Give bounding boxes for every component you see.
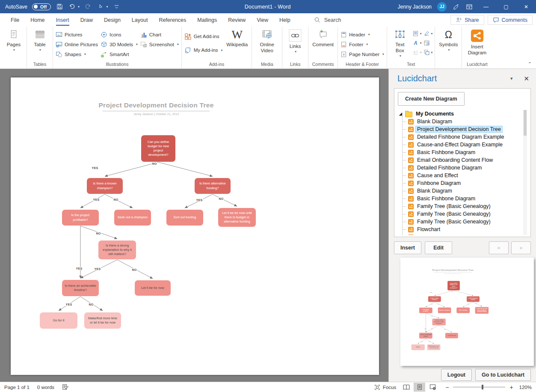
doc-item[interactable]: Family Tree (Basic Genealogy) <box>398 202 527 210</box>
read-mode-button[interactable] <box>400 383 412 392</box>
table-button[interactable]: Table▾ <box>28 27 51 52</box>
zoom-level[interactable]: 120% <box>519 385 532 390</box>
date-time-button[interactable] <box>423 39 433 47</box>
group-text: A Text Box▾ ▾ ▾ A▾ A▾ ▾ Text <box>387 27 435 68</box>
close-button[interactable]: ✕ <box>519 0 533 13</box>
autosave-toggle[interactable]: Off <box>32 3 51 10</box>
doclist-scrollbar[interactable] <box>523 110 527 235</box>
proofing-icon[interactable] <box>62 384 69 390</box>
doc-item[interactable]: Graphic Organizer for Analogies <box>398 233 527 235</box>
insert-button[interactable]: Insert <box>394 241 421 254</box>
tab-mailings[interactable]: Mailings <box>192 13 222 27</box>
touch-mode-caret-icon[interactable]: ▾ <box>107 5 108 9</box>
doc-item[interactable]: Cause and Effect <box>398 172 527 179</box>
shapes-button[interactable]: Shapes▾ <box>54 49 99 59</box>
my-documents-folder[interactable]: ◢ My Documents <box>398 110 527 118</box>
online-pictures-button[interactable]: Online Pictures <box>54 39 99 49</box>
tab-review[interactable]: Review <box>222 13 251 27</box>
tab-draw[interactable]: Draw <box>75 13 98 27</box>
doc-item[interactable]: Email Onboarding Content Flow <box>398 156 527 164</box>
document-canvas[interactable]: Project Development Decision TreeJenny J… <box>0 69 388 382</box>
page-number-button[interactable]: #Page Number▾ <box>339 49 385 59</box>
tab-references[interactable]: References <box>153 13 192 27</box>
doc-item[interactable]: Detailed Fishbone Diagram Example <box>398 133 527 141</box>
tab-layout[interactable]: Layout <box>126 13 154 27</box>
doc-item[interactable]: Basic Fishbone Diagram <box>398 195 527 202</box>
zoom-slider-handle[interactable] <box>482 385 483 389</box>
my-addins-button[interactable]: My Add-ins▾ <box>183 43 224 57</box>
doc-item[interactable]: Flowchart <box>398 226 527 233</box>
zoom-in-button[interactable]: + <box>509 384 513 391</box>
touch-mouse-mode-icon[interactable] <box>97 3 104 10</box>
doc-item[interactable]: Blank Diagram <box>398 118 527 125</box>
doc-item[interactable]: Basic Fishbone Diagram <box>398 148 527 156</box>
panel-close-icon[interactable]: ✕ <box>524 75 529 83</box>
signature-line-button[interactable]: ▾ <box>423 29 433 38</box>
save-icon[interactable] <box>56 3 63 10</box>
editor-pen-icon[interactable] <box>452 3 460 10</box>
footer-button[interactable]: Footer▾ <box>339 39 385 49</box>
pictures-button[interactable]: Pictures <box>54 30 99 39</box>
edit-button[interactable]: Edit <box>425 241 452 254</box>
print-layout-button[interactable] <box>414 383 425 392</box>
maximize-button[interactable]: ▢ <box>499 0 513 13</box>
next-page-button[interactable]: » <box>511 241 531 254</box>
zoom-out-button[interactable]: − <box>445 384 449 391</box>
share-button[interactable]: Share <box>450 15 484 25</box>
my-addins-icon <box>184 47 192 54</box>
goto-lucidchart-button[interactable]: Go to Lucidchart <box>475 369 531 381</box>
header-button[interactable]: Header▾ <box>339 30 385 39</box>
doc-item[interactable]: Family Tree (Basic Genealogy) <box>398 218 527 226</box>
tab-home[interactable]: Home <box>25 13 50 27</box>
comments-button[interactable]: Comments <box>488 15 533 25</box>
tab-file[interactable]: File <box>5 13 25 27</box>
get-addins-button[interactable]: Get Add-ins <box>183 30 224 43</box>
page-info[interactable]: Page 1 of 1 <box>4 385 30 390</box>
web-layout-button[interactable] <box>427 383 438 392</box>
online-video-button[interactable]: Online Video <box>253 27 281 54</box>
screenshot-button[interactable]: Screenshot▾ <box>139 39 180 49</box>
ribbon-display-options-icon[interactable] <box>465 3 473 10</box>
links-button[interactable]: Links▾ <box>284 27 307 53</box>
tab-design[interactable]: Design <box>98 13 126 27</box>
object-button[interactable]: ▾ <box>423 48 433 56</box>
expand-arrow-icon[interactable]: ◢ <box>399 112 403 116</box>
customize-quick-access-icon[interactable] <box>113 3 120 10</box>
create-new-diagram-button[interactable]: Create New Diagram <box>398 92 465 106</box>
tab-insert[interactable]: Insert <box>50 13 75 27</box>
new-comment-button[interactable]: Comment <box>310 27 336 48</box>
doc-item[interactable]: Detailed Fishbone Diagram <box>398 164 527 172</box>
tree-node-sort: Sort out funding <box>456 308 470 313</box>
chart-button[interactable]: Chart <box>139 30 180 39</box>
logout-button[interactable]: Logout <box>441 369 472 381</box>
word-count[interactable]: 0 words <box>37 385 54 390</box>
prev-page-button[interactable]: « <box>489 241 509 254</box>
doc-item[interactable]: Cause-and-Effect Diagram Example <box>398 141 527 148</box>
panel-menu-caret-icon[interactable]: ▾ <box>510 76 513 81</box>
search-box[interactable]: Search <box>314 17 341 23</box>
text-box-button[interactable]: A Text Box▾ <box>388 27 412 58</box>
symbols-button[interactable]: Ω Symbols▾ <box>436 27 460 52</box>
zoom-slider[interactable] <box>453 387 505 387</box>
icons-button[interactable]: Icons <box>99 30 139 39</box>
insert-diagram-button[interactable]: Insert Diagram <box>463 27 491 56</box>
3d-models-button[interactable]: 3D Models▾ <box>99 39 139 49</box>
doc-item[interactable]: Fishbone Diagram <box>398 179 527 187</box>
focus-button[interactable]: Focus <box>374 384 396 390</box>
tab-help[interactable]: Help <box>274 13 296 27</box>
avatar[interactable]: JJ <box>437 2 447 12</box>
undo-icon[interactable] <box>68 3 76 10</box>
tab-view[interactable]: View <box>251 13 274 27</box>
minimize-button[interactable]: — <box>479 0 493 13</box>
lucidchart-doc-icon <box>408 196 414 202</box>
smartart-button[interactable]: SmartArt <box>99 49 139 59</box>
doc-item[interactable]: Blank Diagram <box>398 187 527 195</box>
undo-caret-icon[interactable]: ▾ <box>78 5 80 9</box>
wikipedia-button[interactable]: W Wikipedia <box>224 27 250 48</box>
pages-button[interactable]: Pages▾ <box>2 27 25 52</box>
doc-item[interactable]: Project Development Decision Tree <box>398 125 527 133</box>
wordart-button[interactable]: A▾ <box>412 39 422 47</box>
collapse-ribbon-icon[interactable]: ⌃ <box>528 61 532 67</box>
doc-item[interactable]: Family Tree (Basic Genealogy) <box>398 210 527 218</box>
quick-parts-button[interactable]: ▾ <box>412 29 422 38</box>
